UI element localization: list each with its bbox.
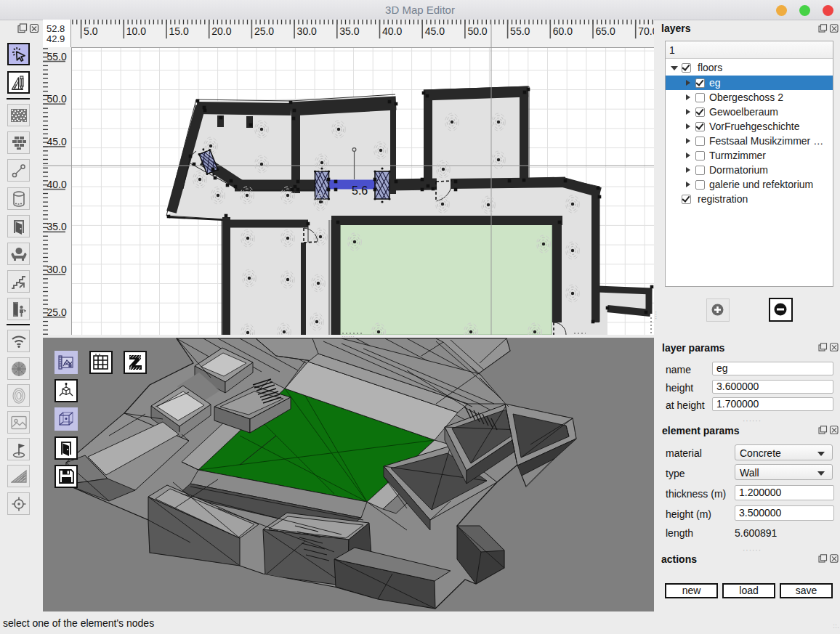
svg-text:60.0: 60.0: [553, 25, 573, 37]
svg-text:5.6: 5.6: [352, 184, 368, 197]
svg-text:45.0: 45.0: [47, 136, 67, 147]
svg-text:30.0: 30.0: [297, 25, 317, 37]
svg-text:10.0: 10.0: [126, 25, 146, 37]
svg-text:30.0: 30.0: [47, 264, 67, 275]
svg-text:40.0: 40.0: [382, 25, 402, 37]
svg-text:15.0: 15.0: [169, 25, 189, 37]
svg-text:35.0: 35.0: [339, 25, 359, 37]
svg-text:25.0: 25.0: [47, 306, 67, 318]
svg-text:40.0: 40.0: [47, 179, 67, 190]
svg-text:70.0: 70.0: [638, 25, 654, 37]
svg-text:50.0: 50.0: [467, 25, 487, 37]
svg-text:65.0: 65.0: [596, 25, 615, 37]
svg-text:45.0: 45.0: [425, 25, 445, 37]
svg-text:55.0: 55.0: [510, 25, 530, 37]
svg-text:55.0: 55.0: [47, 51, 67, 62]
svg-text:20.0: 20.0: [211, 25, 231, 37]
svg-text:50.0: 50.0: [47, 93, 67, 105]
svg-text:25.0: 25.0: [254, 25, 274, 37]
svg-text:5.0: 5.0: [84, 25, 98, 37]
svg-text:35.0: 35.0: [47, 221, 67, 232]
